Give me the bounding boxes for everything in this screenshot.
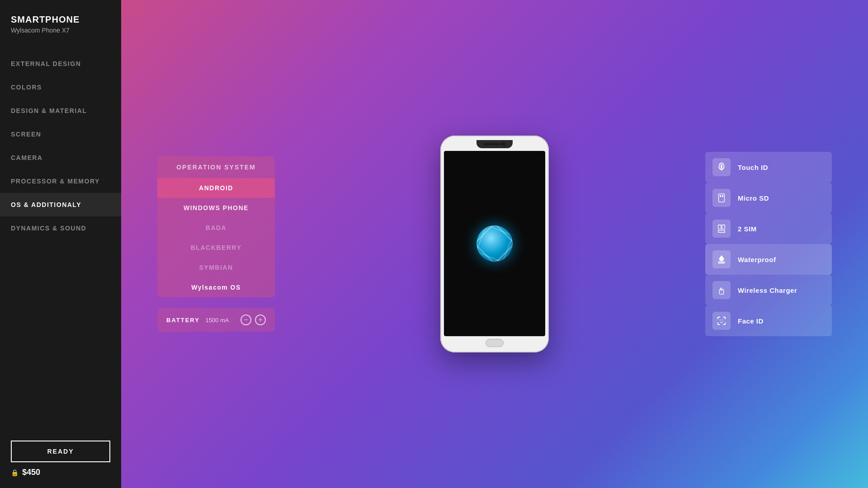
ready-button[interactable]: READY: [11, 441, 110, 462]
feature-label-wireless-charger: Wireless Charger: [738, 286, 797, 294]
phone-speaker: [483, 143, 501, 145]
wireless-charger-icon: [712, 281, 731, 299]
feature-item-touch-id[interactable]: Touch ID: [705, 152, 832, 183]
face-id-icon: [712, 312, 731, 330]
sidebar-item-colors[interactable]: COLORS: [0, 75, 121, 99]
sidebar-brand: SMARTPHONE Wylsacom Phone X7: [0, 0, 121, 52]
phone-top-bar: [476, 140, 513, 148]
svg-rect-1: [720, 195, 721, 197]
feature-item-2-sim[interactable]: 2 SIM: [705, 213, 832, 244]
phone-logo: [476, 225, 513, 262]
main-area: OPERATION SYSTEM ANDROIDWINDOWS PHONEBAD…: [121, 0, 868, 488]
feature-item-face-id[interactable]: Face ID: [705, 305, 832, 336]
sidebar-bottom: READY 🔒 $450: [0, 430, 121, 488]
feature-item-micro-sd[interactable]: Micro SD: [705, 183, 832, 213]
svg-rect-5: [718, 230, 725, 233]
battery-controls: − +: [241, 314, 266, 325]
svg-rect-0: [719, 194, 725, 202]
feature-item-waterproof[interactable]: Waterproof: [705, 244, 832, 275]
os-option-blackberry[interactable]: BLACKBERRY: [157, 238, 275, 258]
sidebar-item-design-material[interactable]: DESIGN & MATERIAL: [0, 99, 121, 122]
battery-row: BATTERY 1500 mA − +: [157, 308, 275, 332]
brand-subtitle: Wylsacom Phone X7: [11, 27, 110, 34]
2-sim-icon: [712, 220, 731, 238]
sidebar-item-camera[interactable]: CAMERA: [0, 146, 121, 169]
os-option-wylsacom-os[interactable]: Wylsacom OS: [157, 277, 275, 297]
touch-id-icon: [712, 158, 731, 176]
waterproof-icon: [712, 250, 731, 268]
svg-rect-2: [722, 195, 723, 197]
os-card-title: OPERATION SYSTEM: [157, 156, 275, 178]
sidebar-item-screen[interactable]: SCREEN: [0, 122, 121, 146]
price-value: $450: [22, 468, 40, 477]
svg-rect-4: [722, 225, 725, 229]
sidebar-item-os-additionaly[interactable]: OS & ADDITIONALY: [0, 193, 121, 216]
brand-title: SMARTPHONE: [11, 14, 110, 25]
sidebar-item-external-design[interactable]: EXTERNAL DESIGN: [0, 52, 121, 75]
feature-label-face-id: Face ID: [738, 317, 764, 325]
phone-home-button: [486, 339, 504, 347]
phone-screen: [444, 151, 545, 336]
sidebar-item-dynamics-sound[interactable]: DYNAMICS & SOUND: [0, 216, 121, 240]
feature-label-touch-id: Touch ID: [738, 164, 768, 171]
svg-point-7: [720, 319, 721, 320]
battery-decrease-button[interactable]: −: [241, 314, 251, 325]
sidebar-item-processor-memory[interactable]: PROCESSOR & MEMORY: [0, 169, 121, 193]
svg-rect-3: [718, 225, 721, 229]
sidebar-navigation: EXTERNAL DESIGNCOLORSDESIGN & MATERIALSC…: [0, 52, 121, 430]
micro-sd-icon: [712, 189, 731, 207]
phone-preview: [440, 136, 549, 352]
os-option-windows-phone[interactable]: WINDOWS PHONE: [157, 198, 275, 218]
feature-label-waterproof: Waterproof: [738, 256, 776, 263]
feature-item-wireless-charger[interactable]: Wireless Charger: [705, 275, 832, 305]
right-panel: Touch IDMicro SD2 SIMWaterproofWireless …: [705, 152, 832, 336]
feature-label-micro-sd: Micro SD: [738, 194, 769, 202]
os-option-symbian[interactable]: SYMBIAN: [157, 258, 275, 277]
phone: [440, 136, 549, 352]
os-option-android[interactable]: ANDROID: [157, 178, 275, 198]
phone-camera: [502, 142, 505, 146]
battery-label: BATTERY: [166, 317, 200, 324]
left-panel: OPERATION SYSTEM ANDROIDWINDOWS PHONEBAD…: [157, 156, 275, 332]
battery-increase-button[interactable]: +: [255, 314, 266, 325]
sidebar: SMARTPHONE Wylsacom Phone X7 EXTERNAL DE…: [0, 0, 121, 488]
battery-value: 1500 mA: [205, 317, 229, 324]
svg-point-8: [722, 319, 723, 320]
os-card: OPERATION SYSTEM ANDROIDWINDOWS PHONEBAD…: [157, 156, 275, 297]
os-option-bada[interactable]: BADA: [157, 218, 275, 238]
price-row: 🔒 $450: [11, 468, 110, 477]
feature-label-2-sim: 2 SIM: [738, 225, 757, 233]
price-icon: 🔒: [11, 469, 19, 476]
